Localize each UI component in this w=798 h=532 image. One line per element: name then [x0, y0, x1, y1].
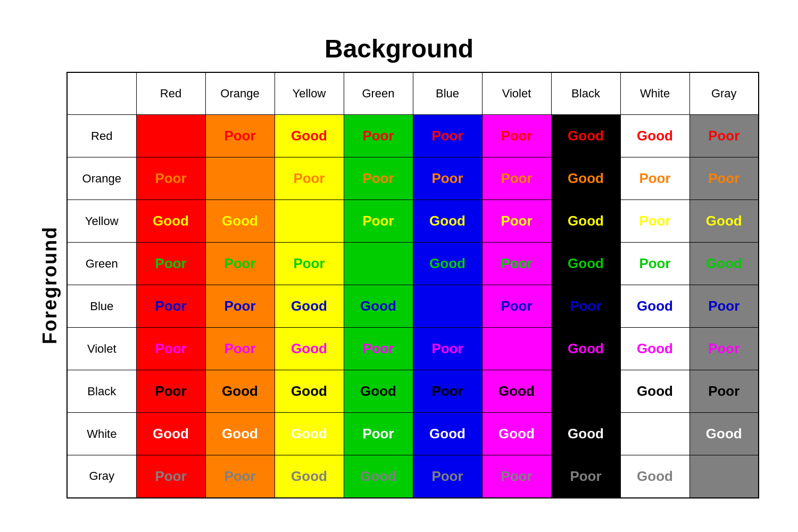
cell-white-white: [620, 413, 689, 455]
cell-blue-yellow: Good: [275, 285, 344, 328]
table-row: RedPoorGoodPoorPoorPoorGoodGoodPoor: [67, 115, 759, 157]
table-row: WhiteGoodGoodGoodPoorGoodGoodGoodGood: [67, 413, 759, 455]
cell-gray-yellow: Good: [275, 455, 344, 498]
cell-red-green: Poor: [344, 115, 413, 157]
col-header-violet: Violet: [482, 72, 551, 115]
cell-yellow-red: Good: [136, 200, 205, 243]
cell-white-blue: Good: [413, 413, 482, 455]
cell-blue-black: Poor: [551, 285, 620, 328]
cell-red-blue: Poor: [413, 115, 482, 157]
cell-gray-green: Good: [344, 455, 413, 498]
cell-black-yellow: Good: [275, 370, 344, 413]
col-header-yellow: Yellow: [275, 72, 344, 115]
cell-black-violet: Good: [482, 370, 551, 413]
cell-green-blue: Good: [413, 243, 482, 285]
cell-yellow-violet: Poor: [482, 200, 551, 243]
cell-gray-white: Good: [620, 455, 689, 498]
col-header-green: Green: [344, 72, 413, 115]
cell-violet-blue: Poor: [413, 328, 482, 370]
cell-violet-black: Good: [551, 328, 620, 370]
cell-yellow-black: Good: [551, 200, 620, 243]
cell-green-black: Good: [551, 243, 620, 285]
col-header-red: Red: [136, 72, 205, 115]
col-header-white: White: [620, 72, 689, 115]
table-row: YellowGoodGoodPoorGoodPoorGoodPoorGood: [67, 200, 759, 243]
cell-orange-violet: Poor: [482, 157, 551, 200]
cell-black-orange: Good: [205, 370, 275, 413]
cell-yellow-white: Poor: [620, 200, 689, 243]
cell-yellow-gray: Good: [689, 200, 759, 243]
cell-violet-violet: [482, 328, 551, 370]
row-header-green: Green: [67, 243, 136, 285]
table-row: GrayPoorPoorGoodGoodPoorPoorPoorGood: [67, 455, 759, 498]
cell-green-violet: Poor: [482, 243, 551, 285]
cell-violet-yellow: Good: [275, 328, 344, 370]
cell-red-black: Good: [551, 115, 620, 157]
cell-violet-gray: Poor: [689, 328, 759, 370]
cell-red-white: Good: [620, 115, 689, 157]
cell-violet-red: Poor: [136, 328, 205, 370]
contrast-table: Red Orange Yellow Green Blue Violet Blac…: [66, 72, 759, 498]
cell-white-green: Poor: [344, 413, 413, 455]
cell-white-violet: Good: [482, 413, 551, 455]
cell-white-yellow: Good: [275, 413, 344, 455]
page-container: Background Foreground Red Orange Yellow …: [11, 34, 787, 498]
cell-red-violet: Poor: [482, 115, 551, 157]
cell-blue-blue: [413, 285, 482, 328]
cell-blue-white: Good: [620, 285, 689, 328]
cell-red-red: [136, 115, 205, 157]
cell-orange-black: Good: [551, 157, 620, 200]
cell-white-red: Good: [136, 413, 205, 455]
cell-white-black: Good: [551, 413, 620, 455]
cell-green-gray: Good: [689, 243, 759, 285]
cell-red-yellow: Good: [275, 115, 344, 157]
cell-blue-violet: Poor: [482, 285, 551, 328]
cell-orange-white: Poor: [620, 157, 689, 200]
cell-gray-gray: [689, 455, 759, 498]
cell-black-gray: Poor: [689, 370, 759, 413]
col-header-orange: Orange: [205, 72, 275, 115]
cell-yellow-blue: Good: [413, 200, 482, 243]
cell-green-green: [344, 243, 413, 285]
table-row: BluePoorPoorGoodGoodPoorPoorGoodPoor: [67, 285, 759, 328]
cell-yellow-yellow: [275, 200, 344, 243]
cell-black-black: [551, 370, 620, 413]
cell-blue-green: Good: [344, 285, 413, 328]
cell-orange-green: Poor: [344, 157, 413, 200]
header-row: Red Orange Yellow Green Blue Violet Blac…: [67, 72, 759, 115]
cell-black-green: Good: [344, 370, 413, 413]
cell-gray-orange: Poor: [205, 455, 275, 498]
cell-orange-yellow: Poor: [275, 157, 344, 200]
cell-gray-blue: Poor: [413, 455, 482, 498]
row-header-blue: Blue: [67, 285, 136, 328]
cell-violet-green: Poor: [344, 328, 413, 370]
row-header-white: White: [67, 413, 136, 455]
cell-black-blue: Poor: [413, 370, 482, 413]
cell-white-gray: Good: [689, 413, 759, 455]
row-header-orange: Orange: [67, 157, 136, 200]
cell-blue-orange: Poor: [205, 285, 275, 328]
col-header-black: Black: [551, 72, 620, 115]
cell-green-white: Poor: [620, 243, 689, 285]
table-row: BlackPoorGoodGoodGoodPoorGoodGoodPoor: [67, 370, 759, 413]
cell-black-red: Poor: [136, 370, 205, 413]
cell-orange-orange: [205, 157, 275, 200]
cell-gray-black: Poor: [551, 455, 620, 498]
table-row: VioletPoorPoorGoodPoorPoorGoodGoodPoor: [67, 328, 759, 370]
cell-yellow-green: Poor: [344, 200, 413, 243]
cell-white-orange: Good: [205, 413, 275, 455]
cell-yellow-orange: Good: [205, 200, 275, 243]
row-header-red: Red: [67, 115, 136, 157]
page-title: Background: [325, 34, 473, 63]
table-row: OrangePoorPoorPoorPoorPoorGoodPoorPoor: [67, 157, 759, 200]
table-wrapper: Foreground Red Orange Yellow Green Blue …: [39, 72, 759, 498]
cell-violet-white: Good: [620, 328, 689, 370]
cell-blue-red: Poor: [136, 285, 205, 328]
cell-green-orange: Poor: [205, 243, 275, 285]
cell-blue-gray: Poor: [689, 285, 759, 328]
col-header-blue: Blue: [413, 72, 482, 115]
row-header-violet: Violet: [67, 328, 136, 370]
col-header-gray: Gray: [689, 72, 759, 115]
vertical-label: Foreground: [39, 226, 61, 344]
row-header-black: Black: [67, 370, 136, 413]
